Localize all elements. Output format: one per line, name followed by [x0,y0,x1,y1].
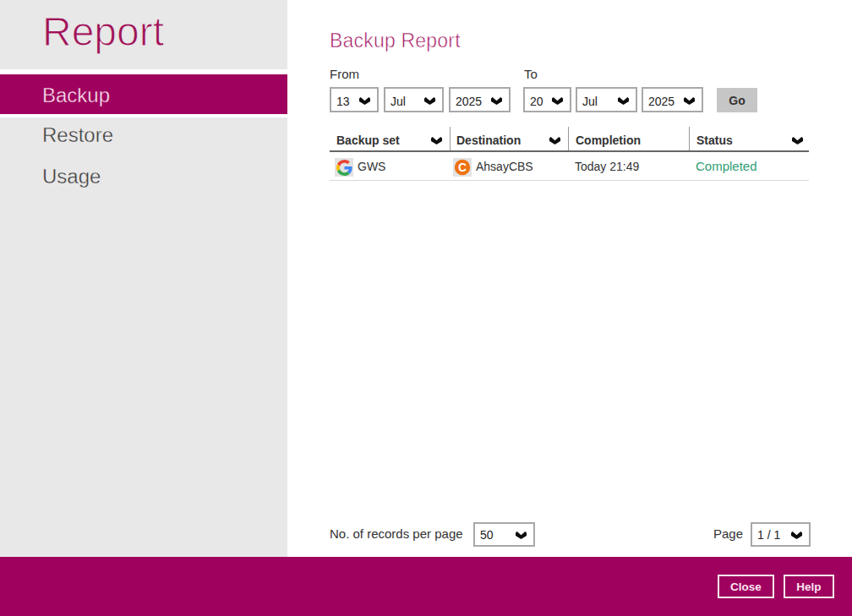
svg-text:C: C [458,161,467,174]
